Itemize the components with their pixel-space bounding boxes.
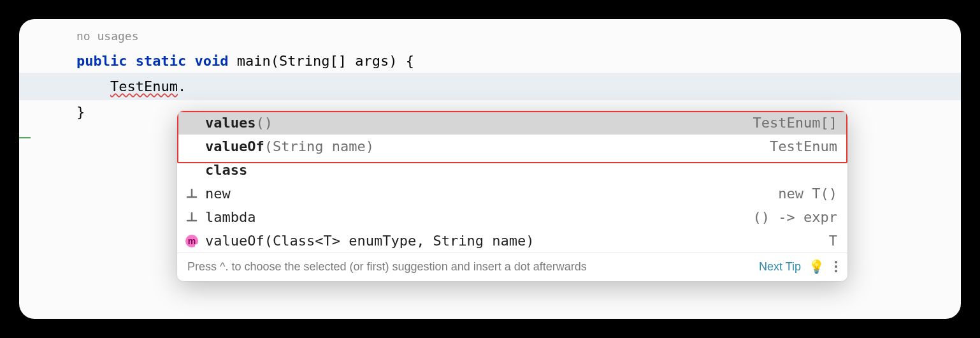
completion-popup: values() TestEnum[] valueOf(String name)… [177, 111, 847, 281]
completion-item-valueof[interactable]: valueOf(String name) TestEnum [177, 135, 847, 158]
popup-footer: Press ^. to choose the selected (or firs… [177, 253, 847, 281]
arg-name: args [355, 53, 389, 69]
code-line-2[interactable]: TestEnum. [19, 73, 961, 100]
bulb-icon[interactable]: 💡 [809, 259, 825, 274]
blank-icon [185, 163, 199, 177]
completion-label: lambda [205, 209, 747, 225]
completion-label: valueOf(String name) [205, 138, 763, 154]
completion-item-valueof-class[interactable]: m valueOf(Class<T> enumType, String name… [177, 229, 847, 253]
footer-tip-text: Press ^. to choose the selected (or firs… [187, 260, 751, 274]
keyword-void: void [194, 53, 228, 69]
completion-item-lambda[interactable]: lambda () -> expr [177, 205, 847, 229]
keyword-static: static [136, 53, 186, 69]
code-area[interactable]: no usages public static void main(String… [19, 19, 961, 124]
completion-label: new [205, 186, 772, 202]
completion-label: valueOf(Class<T> enumType, String name) [205, 233, 823, 249]
closing-brace: } [76, 104, 85, 120]
completion-item-values[interactable]: values() TestEnum[] [177, 111, 847, 135]
live-template-icon [185, 187, 199, 201]
live-template-icon [185, 210, 199, 224]
next-tip-link[interactable]: Next Tip [759, 260, 801, 274]
completion-return-type: TestEnum[] [753, 115, 837, 131]
completion-item-new[interactable]: new new T() [177, 182, 847, 205]
blank-icon [185, 116, 199, 130]
blank-icon [185, 140, 199, 154]
completion-label: class [205, 162, 831, 178]
completion-return-type: TestEnum [770, 138, 837, 154]
completion-label: values() [205, 115, 747, 131]
method-name: main [237, 53, 271, 69]
usage-hint: no usages [19, 27, 961, 47]
completion-return-type: T [829, 233, 837, 249]
completion-return-type: () -> expr [753, 209, 837, 225]
completion-return-type: new T() [778, 186, 837, 202]
method-icon: m [185, 234, 199, 248]
gutter-change-marker [19, 137, 31, 138]
code-line-1[interactable]: public static void main(String[] args) { [19, 49, 961, 73]
arg-type: String [279, 53, 329, 69]
enum-reference: TestEnum [110, 78, 178, 94]
completion-item-class[interactable]: class [177, 158, 847, 182]
keyword-public: public [76, 53, 127, 69]
more-options-icon[interactable] [832, 258, 840, 275]
editor-window: no usages public static void main(String… [19, 19, 961, 319]
